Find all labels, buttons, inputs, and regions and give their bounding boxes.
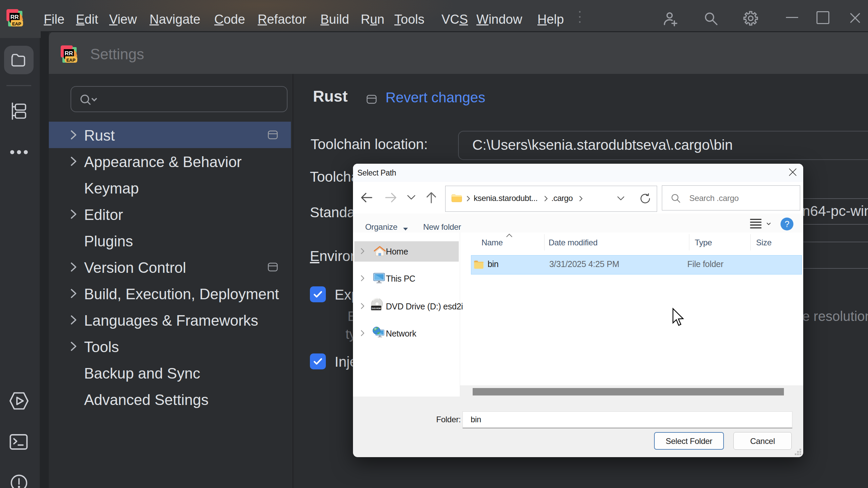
svg-text:DVD-ROM: DVD-ROM (372, 307, 381, 309)
